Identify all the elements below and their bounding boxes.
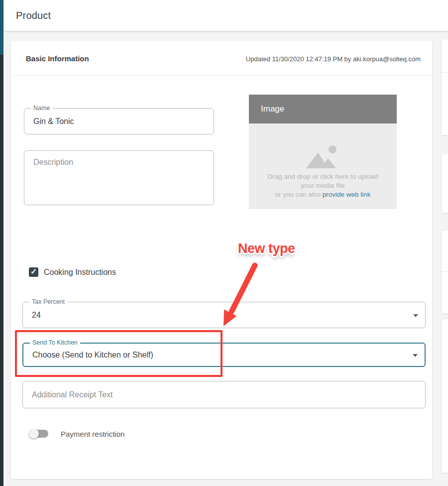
description-textarea[interactable] bbox=[33, 158, 205, 198]
name-field[interactable]: Name bbox=[24, 108, 214, 134]
payment-restriction-row: Payment restriction bbox=[30, 428, 124, 439]
cooking-instructions-row: ✓ Cooking Instructions bbox=[29, 267, 116, 277]
page-title: Product bbox=[16, 10, 51, 21]
updated-by-text: Updated 11/30/2020 12:47:19 PM by aki.ko… bbox=[246, 55, 421, 63]
basic-information-card: Basic Information Updated 11/30/2020 12:… bbox=[11, 41, 432, 479]
provide-web-link[interactable]: provide web link bbox=[323, 191, 371, 198]
cooking-instructions-label: Cooking Instructions bbox=[44, 268, 116, 277]
section-title: Basic Information bbox=[26, 54, 89, 63]
send-to-kitchen-select[interactable]: Send To Kitchen Choose (Send to Kitchen … bbox=[22, 343, 426, 367]
upload-hint-text: Drag and drop or click here to upload yo… bbox=[249, 172, 397, 199]
image-panel-title: Image bbox=[261, 104, 284, 114]
image-panel-header: Image bbox=[249, 95, 397, 123]
sidebar-edge bbox=[0, 0, 3, 486]
card-header: Basic Information Updated 11/30/2020 12:… bbox=[11, 41, 432, 76]
payment-restriction-label: Payment restriction bbox=[61, 430, 124, 438]
additional-receipt-field[interactable] bbox=[22, 381, 426, 408]
tax-percent-value: 24 bbox=[32, 311, 41, 320]
check-icon: ✓ bbox=[30, 267, 37, 276]
toggle-knob bbox=[29, 429, 39, 439]
side-panel-divider bbox=[441, 271, 448, 272]
side-panel-card bbox=[441, 230, 448, 314]
payment-restriction-toggle[interactable] bbox=[30, 430, 48, 438]
description-field[interactable] bbox=[24, 150, 214, 205]
side-panel-card bbox=[441, 319, 448, 473]
name-input[interactable] bbox=[33, 109, 194, 134]
image-panel-body[interactable]: Drag and drop or click here to upload yo… bbox=[249, 123, 397, 209]
dropdown-arrow-icon bbox=[413, 314, 418, 317]
page-header: Product bbox=[3, 0, 448, 31]
tax-percent-label: Tax Percent bbox=[29, 298, 67, 306]
side-panel-card bbox=[441, 153, 448, 213]
image-placeholder-icon bbox=[305, 144, 340, 169]
side-panel-card bbox=[441, 39, 448, 135]
image-upload-dropzone[interactable]: Image Drag and drop or click here to upl… bbox=[249, 95, 397, 209]
send-to-kitchen-value: Choose (Send to Kitchen or Shelf) bbox=[32, 351, 153, 360]
send-to-kitchen-label: Send To Kitchen bbox=[30, 339, 80, 347]
cooking-instructions-checkbox[interactable]: ✓ bbox=[29, 267, 38, 277]
sidebar-active-item bbox=[0, 0, 3, 55]
side-panel-divider bbox=[441, 72, 448, 73]
tax-percent-select[interactable]: Tax Percent 24 bbox=[22, 302, 426, 328]
additional-receipt-input[interactable] bbox=[32, 381, 405, 408]
dropdown-arrow-icon bbox=[413, 354, 418, 357]
product-page: Product Basic Information Updated 11/30/… bbox=[0, 0, 448, 486]
